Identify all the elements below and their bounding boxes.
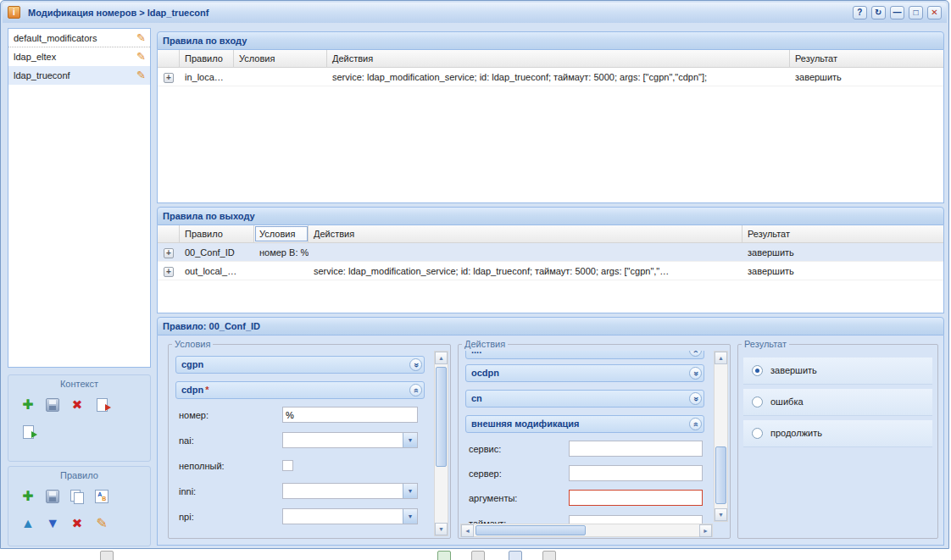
expand-section-button[interactable]: » xyxy=(689,367,702,380)
section-cn[interactable]: cn » xyxy=(465,390,704,408)
cell-result: завершить xyxy=(742,243,943,261)
rename-rule-button[interactable]: A B xyxy=(92,486,112,507)
actions-vertical-scrollbar[interactable]: ▲ ▼ xyxy=(714,351,728,522)
scroll-up-icon[interactable]: ▲ xyxy=(715,352,727,364)
radio-icon[interactable] xyxy=(752,428,763,439)
output-rule-row[interactable]: + out_local_… service: ldap_modification… xyxy=(158,262,943,280)
delete-context-button[interactable]: ✖ xyxy=(67,395,87,415)
output-rule-row-selected[interactable]: + 00_Conf_ID номер B: %; завершить xyxy=(158,243,943,262)
npi-input[interactable] xyxy=(282,508,418,524)
delete-rule-button[interactable]: ✖ xyxy=(67,513,87,534)
collapse-section-button[interactable]: » xyxy=(409,384,422,396)
required-mark: * xyxy=(205,385,209,395)
section-label: .... xyxy=(471,351,481,355)
column-header-result[interactable]: Результат xyxy=(742,225,943,242)
radio-icon[interactable] xyxy=(752,396,763,408)
input-rule-row[interactable]: + in_loca… service: ldap_modification_se… xyxy=(158,68,943,86)
section-cgpn[interactable]: cgpn » xyxy=(175,356,425,374)
actions-horizontal-scrollbar[interactable]: ◄ ► xyxy=(460,524,713,537)
nai-input[interactable] xyxy=(282,432,418,448)
collapse-section-button[interactable]: » xyxy=(689,351,702,357)
cropped-icon xyxy=(100,551,114,560)
list-item-ldap-trueconf[interactable]: ldap_trueconf ✎ xyxy=(8,66,150,85)
edit-pencil-icon[interactable]: ✎ xyxy=(136,47,146,66)
add-rule-button[interactable]: ✚ xyxy=(18,486,38,507)
column-header-actions[interactable]: Действия xyxy=(327,50,790,67)
context-toolbar-panel: Контекст ✚ ✖ xyxy=(8,374,151,462)
minimize-button[interactable]: — xyxy=(890,6,904,19)
server-input[interactable] xyxy=(569,465,703,481)
row-expander-icon[interactable]: + xyxy=(164,267,174,277)
info-icon: i xyxy=(8,6,20,19)
combo-arrow-icon[interactable]: ▼ xyxy=(403,484,417,498)
scroll-down-icon[interactable]: ▼ xyxy=(715,508,727,521)
list-item-ldap-eltex[interactable]: ldap_eltex ✎ xyxy=(8,47,150,66)
save-icon xyxy=(46,398,59,412)
save-rule-button[interactable] xyxy=(42,486,63,507)
section-ocdpn[interactable]: ocdpn » xyxy=(465,364,704,382)
section-external-modification[interactable]: внешняя модификация » xyxy=(465,415,704,433)
column-header-conditions[interactable]: Условия xyxy=(254,225,309,242)
inni-combobox[interactable]: ▼ xyxy=(282,483,418,499)
section-cdpn[interactable]: cdpn* » xyxy=(175,381,425,399)
export-context-button[interactable] xyxy=(18,422,38,442)
move-rule-up-button[interactable]: ▲ xyxy=(18,513,38,534)
cell-actions: service: ldap_modification_service; id: … xyxy=(309,262,742,280)
radio-selected-icon[interactable] xyxy=(752,365,763,376)
npi-combobox[interactable]: ▼ xyxy=(282,508,418,524)
column-header-actions[interactable]: Действия xyxy=(309,225,742,242)
inni-input[interactable] xyxy=(282,483,418,499)
close-button[interactable]: ✕ xyxy=(927,6,942,19)
move-rule-down-button[interactable]: ▼ xyxy=(42,513,63,534)
clipped-section[interactable]: .... » xyxy=(465,351,704,359)
row-expander-icon[interactable]: + xyxy=(164,73,174,83)
scroll-thumb[interactable] xyxy=(436,367,447,467)
column-header-rule[interactable]: Правило xyxy=(180,50,234,67)
scroll-right-icon[interactable]: ► xyxy=(699,524,712,537)
scroll-up-icon[interactable]: ▲ xyxy=(435,352,448,364)
scroll-down-icon[interactable]: ▼ xyxy=(435,523,448,535)
cell-result: завершить xyxy=(742,262,943,280)
cropped-icon xyxy=(542,551,556,560)
add-context-button[interactable]: ✚ xyxy=(18,395,38,415)
number-input[interactable] xyxy=(282,407,418,423)
edit-rule-button[interactable]: ✎ xyxy=(92,513,112,534)
result-option-error[interactable]: ошибка xyxy=(743,389,932,416)
combo-arrow-icon[interactable]: ▼ xyxy=(403,433,417,447)
row-expander-icon[interactable]: + xyxy=(164,248,174,258)
import-context-button[interactable] xyxy=(92,395,112,415)
maximize-button[interactable]: □ xyxy=(909,6,923,19)
column-header-result[interactable]: Результат xyxy=(790,50,943,67)
scroll-left-icon[interactable]: ◄ xyxy=(461,524,474,537)
conditions-scrollbar[interactable]: ▲ ▼ xyxy=(434,351,448,536)
rename-ab-icon: A B xyxy=(95,490,108,503)
column-header-conditions[interactable]: Условия xyxy=(234,50,327,67)
edit-pencil-icon[interactable]: ✎ xyxy=(136,29,146,47)
arguments-input[interactable] xyxy=(569,490,703,506)
list-item-label: ldap_trueconf xyxy=(14,70,70,80)
scroll-thumb[interactable] xyxy=(475,525,586,535)
combo-arrow-icon[interactable]: ▼ xyxy=(403,509,417,524)
nai-combobox[interactable]: ▼ xyxy=(282,432,418,448)
expand-section-button[interactable]: » xyxy=(409,358,422,371)
window-titlebar[interactable]: i Модификация номеров > ldap_trueconf ? … xyxy=(3,3,947,23)
help-button[interactable]: ? xyxy=(853,6,867,19)
column-header-rule[interactable]: Правило xyxy=(180,225,254,242)
result-option-continue[interactable]: продолжить xyxy=(743,420,932,447)
scroll-thumb[interactable] xyxy=(715,446,726,504)
collapse-section-button[interactable]: » xyxy=(689,418,702,430)
cropped-icon xyxy=(471,551,485,560)
list-item-default-modificators[interactable]: default_modificators ✎ xyxy=(8,29,150,47)
copy-rule-button[interactable] xyxy=(67,486,87,507)
save-context-button[interactable] xyxy=(42,395,63,415)
field-number: номер: xyxy=(179,407,425,424)
refresh-button[interactable]: ↻ xyxy=(871,6,886,19)
context-toolbar-row2 xyxy=(8,419,150,446)
edit-pencil-icon[interactable]: ✎ xyxy=(136,66,146,85)
actions-legend: Действия xyxy=(462,339,508,349)
cell-conditions xyxy=(254,262,309,280)
result-option-finish[interactable]: завершить xyxy=(743,358,932,385)
expand-section-button[interactable]: » xyxy=(689,392,702,405)
incomplete-checkbox[interactable] xyxy=(282,460,293,471)
service-input[interactable] xyxy=(569,441,703,457)
